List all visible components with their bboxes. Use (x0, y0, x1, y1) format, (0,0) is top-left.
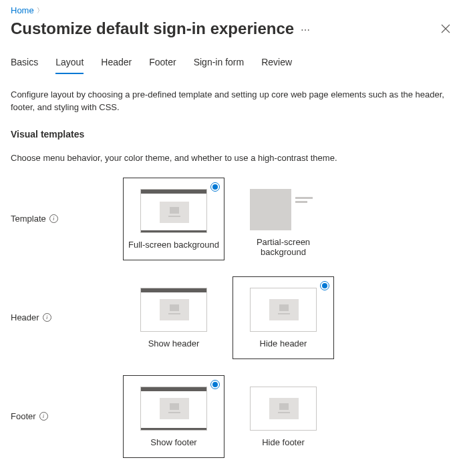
layout-description: Configure layout by choosing a pre-defin… (11, 89, 450, 114)
tab-header[interactable]: Header (101, 57, 132, 74)
info-icon[interactable]: i (43, 313, 51, 322)
page-title-text: Customize default sign-in experience (11, 19, 294, 38)
more-actions-button[interactable]: ⋯ (301, 25, 311, 35)
footer-options: Show footer Hide footer (123, 375, 334, 458)
tab-signin-form[interactable]: Sign-in form (194, 57, 244, 74)
thumbnail-hide-footer (250, 387, 317, 431)
radio-selected-icon (320, 281, 329, 290)
close-button[interactable] (441, 24, 450, 33)
page-title: Customize default sign-in experience (11, 19, 294, 38)
header-option-label: Hide header (260, 338, 307, 348)
template-label-text: Template (11, 214, 46, 224)
visual-templates-subtitle: Choose menu behavior, your color theme, … (11, 153, 450, 163)
tab-bar: Basics Layout Header Footer Sign-in form… (11, 57, 450, 74)
header-label: Header i (11, 312, 123, 322)
footer-option-hide[interactable]: Hide footer (233, 375, 334, 458)
breadcrumb: Home 〉 (11, 5, 450, 15)
header-option-label: Show header (148, 338, 200, 348)
header-label-text: Header (11, 312, 39, 322)
thumbnail-hide-header (250, 288, 317, 332)
tab-layout[interactable]: Layout (55, 57, 84, 74)
radio-selected-icon (210, 182, 220, 192)
footer-option-label: Hide footer (262, 437, 305, 447)
tab-review[interactable]: Review (261, 57, 292, 74)
template-options: Full-screen background Partial-screen ba… (123, 178, 334, 260)
template-option-label: Full-screen background (128, 240, 219, 250)
footer-option-label: Show footer (150, 437, 196, 447)
info-icon[interactable]: i (39, 412, 48, 421)
template-label: Template i (11, 214, 123, 224)
header-row: Header i Show header Hide header (11, 276, 450, 359)
template-row: Template i Full-screen background Partia… (11, 178, 450, 260)
footer-label: Footer i (11, 411, 123, 421)
close-icon (441, 24, 450, 33)
visual-templates-heading: Visual templates (11, 129, 450, 140)
thumbnail-show-footer (140, 387, 207, 431)
footer-label-text: Footer (11, 411, 36, 421)
thumbnail-fullscreen (140, 189, 207, 233)
breadcrumb-home-link[interactable]: Home (11, 5, 34, 15)
title-bar: Customize default sign-in experience ⋯ (11, 19, 450, 38)
template-option-fullscreen[interactable]: Full-screen background (123, 178, 224, 260)
tab-footer[interactable]: Footer (149, 57, 176, 74)
header-option-hide[interactable]: Hide header (233, 276, 334, 359)
thumbnail-show-header (140, 288, 207, 332)
radio-selected-icon (210, 380, 220, 389)
header-options: Show header Hide header (123, 276, 334, 359)
footer-option-show[interactable]: Show footer (123, 375, 224, 458)
footer-row: Footer i Show footer Hide footer (11, 375, 450, 458)
thumbnail-partial (250, 189, 317, 230)
info-icon[interactable]: i (49, 214, 58, 223)
template-option-partial[interactable]: Partial-screen background (233, 178, 334, 260)
chevron-right-icon: 〉 (37, 6, 43, 15)
tab-basics[interactable]: Basics (11, 57, 38, 74)
template-option-label: Partial-screen background (237, 237, 329, 257)
header-option-show[interactable]: Show header (123, 276, 224, 359)
